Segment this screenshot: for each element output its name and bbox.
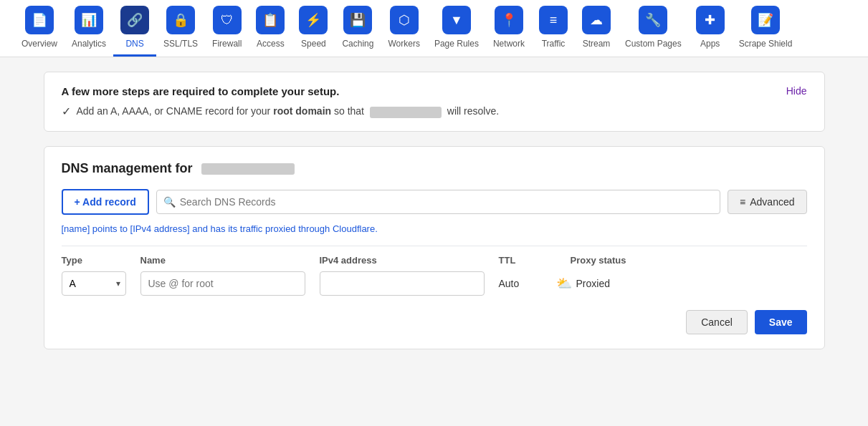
dns-toolbar: + Add record 🔍 ≡ Advanced	[62, 189, 807, 215]
nav-label-access: Access	[257, 39, 285, 49]
hide-link[interactable]: Hide	[786, 85, 807, 97]
nav-label-caching: Caching	[342, 39, 373, 49]
dns-form-row: A AAAA CNAME MX TXT NS SRV CAA ▾ Auto ⛅ …	[62, 271, 807, 296]
info-text: [name] points to [IPv4 address] and has …	[62, 223, 807, 234]
setup-banner-title: A few more steps are required to complet…	[62, 85, 807, 97]
nav-label-traffic: Traffic	[542, 39, 566, 49]
search-input[interactable]	[156, 190, 720, 214]
nav-label-ssltls: SSL/TLS	[163, 39, 198, 49]
nav-label-page-rules: Page Rules	[434, 39, 479, 49]
ttl-value: Auto	[499, 278, 542, 289]
name-input[interactable]	[140, 271, 305, 296]
dns-form-header: Type Name IPv4 address TTL Proxy status	[62, 255, 807, 266]
main-content: A few more steps are required to complet…	[22, 57, 846, 364]
nav-item-speed[interactable]: ⚡Speed	[292, 0, 335, 57]
nav-icon-analytics: 📊	[75, 6, 103, 34]
top-navigation: 📄Overview📊Analytics🔗DNS🔒SSL/TLS🛡Firewall…	[0, 0, 868, 57]
nav-label-apps: Apps	[700, 39, 720, 49]
nav-item-analytics[interactable]: 📊Analytics	[65, 0, 113, 57]
cloud-proxied-icon: ⛅	[556, 276, 572, 291]
dns-management-panel: DNS management for + Add record 🔍 ≡ Adva…	[44, 146, 825, 349]
search-wrapper: 🔍	[156, 190, 720, 214]
dns-title: DNS management for	[62, 161, 807, 176]
setup-banner: A few more steps are required to complet…	[44, 72, 825, 132]
nav-icon-dns: 🔗	[120, 6, 149, 34]
proxy-column-header: Proxy status	[571, 255, 685, 266]
nav-item-caching[interactable]: 💾Caching	[335, 0, 381, 57]
nav-icon-network: 📍	[495, 6, 523, 34]
proxy-status-label: Proxied	[576, 278, 610, 289]
advanced-button[interactable]: ≡ Advanced	[728, 190, 806, 214]
check-icon: ✓	[62, 105, 71, 118]
step-text: Add an A, AAAA, or CNAME record for your…	[77, 105, 500, 117]
save-button[interactable]: Save	[755, 310, 807, 334]
advanced-icon: ≡	[740, 196, 745, 208]
name-column-header: Name	[140, 255, 305, 266]
nav-icon-ssltls: 🔒	[166, 6, 195, 34]
blurred-domain-2	[201, 163, 295, 175]
nav-item-custom-pages[interactable]: 🔧Custom Pages	[618, 0, 689, 57]
type-column-header: Type	[62, 255, 126, 266]
blurred-domain	[370, 107, 442, 118]
add-record-button[interactable]: + Add record	[62, 189, 149, 215]
nav-icon-access: 📋	[256, 6, 285, 34]
divider	[62, 246, 807, 246]
nav-icon-workers: ⬡	[390, 6, 419, 34]
nav-item-overview[interactable]: 📄Overview	[14, 0, 65, 57]
ipv4-input[interactable]	[320, 271, 485, 296]
nav-item-firewall[interactable]: 🛡Firewall	[205, 0, 249, 57]
nav-item-stream[interactable]: ☁Stream	[575, 0, 618, 57]
form-actions: Cancel Save	[62, 310, 807, 334]
ttl-column-header: TTL	[499, 255, 556, 266]
nav-item-traffic[interactable]: ≡Traffic	[532, 0, 575, 57]
type-select[interactable]: A AAAA CNAME MX TXT NS SRV CAA	[62, 271, 126, 296]
nav-item-dns[interactable]: 🔗DNS	[113, 0, 156, 57]
nav-icon-scrape-shield: 📝	[751, 6, 780, 34]
nav-label-analytics: Analytics	[72, 39, 106, 49]
nav-icon-traffic: ≡	[539, 6, 568, 34]
nav-icon-overview: 📄	[25, 6, 54, 34]
proxy-status: ⛅ Proxied	[556, 276, 671, 291]
nav-label-scrape-shield: Scrape Shield	[739, 39, 793, 49]
nav-label-speed: Speed	[301, 39, 326, 49]
nav-label-network: Network	[493, 39, 525, 49]
search-icon: 🔍	[163, 196, 176, 208]
ipv4-column-header: IPv4 address	[320, 255, 485, 266]
setup-banner-step: ✓ Add an A, AAAA, or CNAME record for yo…	[62, 105, 807, 118]
nav-label-stream: Stream	[583, 39, 611, 49]
nav-item-scrape-shield[interactable]: 📝Scrape Shield	[732, 0, 800, 57]
nav-icon-firewall: 🛡	[213, 6, 242, 34]
nav-label-firewall: Firewall	[212, 39, 242, 49]
nav-label-dns: DNS	[125, 39, 143, 49]
type-select-wrapper: A AAAA CNAME MX TXT NS SRV CAA ▾	[62, 271, 126, 296]
nav-label-custom-pages: Custom Pages	[625, 39, 682, 49]
nav-item-ssltls[interactable]: 🔒SSL/TLS	[156, 0, 205, 57]
nav-item-access[interactable]: 📋Access	[249, 0, 292, 57]
nav-icon-speed: ⚡	[299, 6, 328, 34]
nav-item-workers[interactable]: ⬡Workers	[381, 0, 426, 57]
nav-label-workers: Workers	[388, 39, 419, 49]
nav-icon-apps: ✚	[696, 6, 725, 34]
nav-item-page-rules[interactable]: ▼Page Rules	[427, 0, 486, 57]
nav-label-overview: Overview	[22, 39, 57, 49]
nav-icon-custom-pages: 🔧	[639, 6, 667, 34]
nav-icon-page-rules: ▼	[442, 6, 471, 34]
nav-icon-caching: 💾	[343, 6, 372, 34]
cancel-button[interactable]: Cancel	[686, 310, 748, 334]
nav-item-network[interactable]: 📍Network	[486, 0, 532, 57]
nav-icon-stream: ☁	[582, 6, 611, 34]
nav-item-apps[interactable]: ✚Apps	[689, 0, 732, 57]
